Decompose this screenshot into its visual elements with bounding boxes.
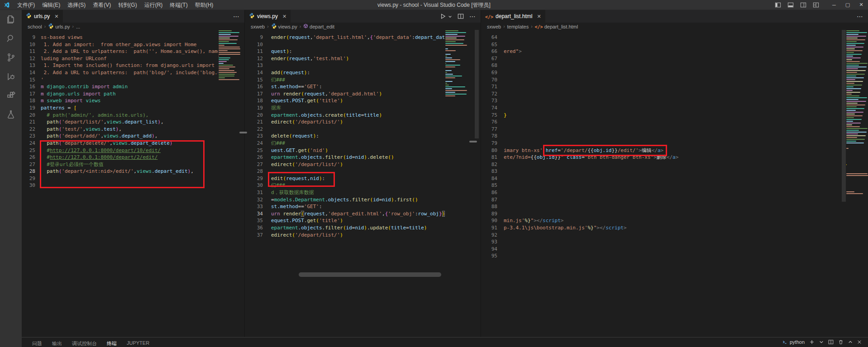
code-line[interactable]: 们###: [271, 76, 446, 84]
more-actions-icon[interactable]: ⋯: [857, 13, 863, 20]
code-line[interactable]: luding another URLconf: [41, 55, 218, 62]
code-line[interactable]: #http://127.0.0.1:8000/depart/10/edit/: [41, 147, 218, 154]
minimap[interactable]: [445, 30, 467, 101]
code-line[interactable]: [504, 90, 846, 98]
code-line[interactable]: ss-based views: [41, 34, 218, 41]
code-line[interactable]: [504, 238, 846, 246]
code-line[interactable]: m sxweb import views: [41, 97, 218, 105]
code-line[interactable]: st.method=='GET':: [271, 83, 446, 90]
code-line[interactable]: patterns = [: [41, 105, 218, 112]
menu-item[interactable]: 运行(R): [141, 0, 167, 10]
breadcrumb-item[interactable]: views.py: [271, 23, 297, 30]
code-line[interactable]: [41, 182, 218, 189]
code-line[interactable]: =models.Department.objects.filter(id=nid…: [271, 196, 446, 204]
code-line[interactable]: [504, 161, 846, 168]
code-line[interactable]: [504, 203, 846, 210]
toggle-panel-icon[interactable]: [787, 2, 794, 8]
code-line[interactable]: edirect('/depart/list/'): [271, 119, 446, 126]
maximize-panel-icon[interactable]: [848, 340, 853, 344]
menu-item[interactable]: 帮助(H): [191, 0, 217, 10]
run-debug-icon[interactable]: [0, 67, 22, 86]
code-line[interactable]: d，获取数据库数据: [271, 189, 446, 196]
code-line[interactable]: [504, 246, 846, 253]
code-line[interactable]: [504, 210, 846, 218]
code-line[interactable]: edirect('/depart/list/'): [271, 161, 446, 168]
code-line[interactable]: delete(request):: [271, 133, 446, 140]
code-line[interactable]: }: [504, 112, 846, 119]
code-line[interactable]: [504, 97, 846, 105]
minimap[interactable]: [846, 30, 868, 206]
code-editor[interactable]: 6465666768697071727374757677787980818283…: [481, 30, 868, 337]
code-line[interactable]: ender(request,'depart_list.html',{'depar…: [271, 34, 446, 41]
code-line[interactable]: ': [41, 76, 218, 84]
terminal-dropdown-icon[interactable]: [819, 340, 824, 344]
code-line[interactable]: urn render(request,'depart_edit.html',{'…: [271, 210, 446, 218]
code-line[interactable]: [504, 182, 846, 189]
breadcrumb[interactable]: school›urls.py›...: [22, 23, 244, 30]
menu-item[interactable]: 终端(T): [166, 0, 191, 10]
code-line[interactable]: edit(request,nid):: [271, 175, 446, 182]
breadcrumb-item[interactable]: ...: [76, 24, 80, 29]
split-terminal-icon[interactable]: [828, 339, 834, 345]
close-panel-icon[interactable]: [857, 340, 862, 344]
code-line[interactable]: 2. Add a URL to urlpatterns: path('', Ho…: [41, 48, 218, 55]
panel-tab[interactable]: 终端: [107, 337, 117, 347]
run-python-file-icon[interactable]: [440, 13, 446, 19]
code-line[interactable]: [504, 126, 846, 133]
code-line[interactable]: # path('admin/', admin.site.urls),: [41, 112, 218, 119]
code-line[interactable]: path('depart/list/',views.depart_list),: [41, 119, 218, 126]
tab-views-py[interactable]: views.py ✕: [245, 10, 291, 23]
code-line[interactable]: path('depart/delete/',views.depart_delet…: [41, 140, 218, 147]
code-line[interactable]: [504, 168, 846, 175]
code-line[interactable]: [504, 83, 846, 90]
menu-item[interactable]: 编辑(E): [38, 0, 64, 10]
code-line[interactable]: path('depart/<int:nid>/edit/',views.depa…: [41, 168, 218, 175]
breadcrumb-item[interactable]: depart_edit: [303, 24, 334, 29]
code-line[interactable]: [504, 76, 846, 84]
horizontal-scrollbar[interactable]: [299, 272, 441, 277]
minimap[interactable]: [218, 30, 241, 88]
code-content[interactable]: ender(request,'depart_list.html',{'depar…: [271, 34, 446, 238]
code-line[interactable]: [504, 232, 846, 239]
panel-tab[interactable]: 输出: [52, 337, 62, 347]
code-line[interactable]: path('test/',views.test),: [41, 126, 218, 133]
new-terminal-icon[interactable]: [809, 339, 815, 345]
code-line[interactable]: m django.contrib import admin: [41, 83, 218, 90]
close-tab-icon[interactable]: ✕: [537, 14, 541, 19]
code-line[interactable]: st.method=='GET':: [271, 203, 446, 210]
customize-layout-icon[interactable]: [813, 2, 819, 8]
code-line[interactable]: 们###: [271, 140, 446, 147]
menu-item[interactable]: 转到(G): [114, 0, 140, 10]
code-line[interactable]: urn render(request,'depart_add.html'): [271, 90, 446, 98]
code-line[interactable]: ender(request,'test.html'): [271, 55, 446, 62]
breadcrumb-item[interactable]: school: [28, 24, 42, 29]
code-line[interactable]: uest.GET.get('nid'): [271, 147, 446, 154]
code-line[interactable]: [504, 62, 846, 69]
code-line[interactable]: m django.urls import path: [41, 90, 218, 98]
trash-icon[interactable]: [838, 339, 844, 345]
code-line[interactable]: 据库: [271, 105, 446, 112]
menu-item[interactable]: 查看(V): [89, 0, 114, 10]
tab-depart-list-html[interactable]: </> depart_list.html ✕: [481, 10, 546, 23]
breadcrumb-item[interactable]: </>depart_list.html: [535, 24, 578, 29]
testing-icon[interactable]: [0, 105, 22, 124]
code-line[interactable]: ete/?nid={{obj.id}}" class="btn btn-dang…: [504, 154, 846, 161]
vertical-scrollbar[interactable]: [842, 30, 846, 202]
explorer-icon[interactable]: [0, 10, 22, 29]
toggle-secondary-sidebar-icon[interactable]: [800, 2, 806, 8]
more-actions-icon[interactable]: ⋯: [233, 13, 240, 20]
code-line[interactable]: p-3.4.1\js\bootstrap.min.js'%}"></script…: [504, 224, 846, 232]
code-line[interactable]: quest):: [271, 48, 446, 55]
panel-tab[interactable]: 问题: [32, 337, 42, 347]
code-line[interactable]: epartment.objects.create(title=title): [271, 112, 446, 119]
code-line[interactable]: [41, 175, 218, 182]
code-line[interactable]: 1. Add an import: from other_app.views i…: [41, 41, 218, 48]
code-line[interactable]: path('depart/add/',views.depart_add),: [41, 133, 218, 140]
code-line[interactable]: [504, 189, 846, 196]
code-line[interactable]: [504, 175, 846, 182]
close-button[interactable]: ✕: [854, 0, 868, 10]
maximize-button[interactable]: ▢: [841, 0, 854, 10]
code-line[interactable]: [504, 55, 846, 62]
breadcrumb-item[interactable]: urls.py: [48, 23, 70, 30]
code-line[interactable]: equest.POST.get('title'): [271, 217, 446, 224]
